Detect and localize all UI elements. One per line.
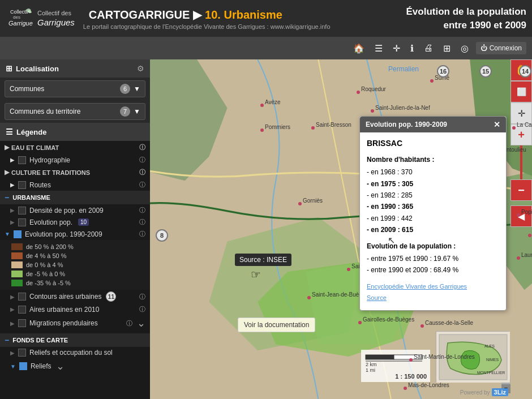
communes-dropdown[interactable]: Communes 6 ▼ <box>5 80 145 97</box>
routes-checkbox[interactable] <box>18 181 26 189</box>
evol-1990-info-icon[interactable]: ⓘ <box>139 230 145 238</box>
communes-territoire-dropdown[interactable]: Communes du territoire 7 ▼ <box>5 103 145 120</box>
print-btn[interactable]: 🖨 <box>421 41 436 55</box>
popup-close-btn[interactable]: ✕ <box>494 120 500 129</box>
svg-text:MONTPELLIER: MONTPELLIER <box>477 371 505 375</box>
layers-btn[interactable]: ⊞ <box>440 41 453 55</box>
svg-text:1 mi: 1 mi <box>366 367 375 372</box>
reliefs-expand[interactable]: ▼ <box>10 363 16 370</box>
evol-legend-row-1: de 4 % à 50 % <box>11 251 145 260</box>
routes-info-icon[interactable]: ⓘ <box>139 181 145 189</box>
aires-info-icon[interactable]: ⓘ <box>139 305 145 314</box>
svg-text:des: des <box>13 15 20 20</box>
reliefs-occ-expand[interactable]: ▶ <box>10 350 15 356</box>
voir-doc-tooltip: Voir la documentation <box>238 318 315 332</box>
minimap: ALES NIMES MONTPELLIER <box>436 331 509 382</box>
powered-by: Powered by 3Liz <box>460 388 508 396</box>
evol-legend-row-0: de 50 % à 200 % <box>11 242 145 251</box>
migrations-expand-arrow[interactable]: ⌄ <box>137 317 145 329</box>
densite-expand[interactable]: ▶ <box>10 207 15 213</box>
legend-cat-eau: ▶ EAU ET CLIMAT ⓘ <box>0 141 150 154</box>
source-link[interactable]: Source <box>367 294 387 301</box>
pan-left-btn[interactable]: ◀ <box>510 205 532 227</box>
evol-legend-expanded: de 50 % à 200 % de 4 % à 50 % de 0 % à 4… <box>0 240 150 290</box>
evol-pop-info-icon[interactable]: ⓘ <box>139 218 145 226</box>
evol-legend-row-3: de -5 % à 0 % <box>11 269 145 278</box>
left-panel: ⊞ Localisation ⚙ Communes 6 ▼ Communes d… <box>0 59 150 399</box>
contours-info-icon[interactable]: ⓘ <box>139 293 145 301</box>
encyclopedie-link[interactable]: Encyclopédie Vivante des Garrigues <box>367 283 467 290</box>
reliefs-checkbox[interactable] <box>19 362 27 370</box>
aires-checkbox[interactable] <box>18 306 26 314</box>
legend-item-densite: ▶ Densité de pop. en 2009 ⓘ <box>0 204 150 216</box>
communes-badge: 6 <box>120 84 130 94</box>
aires-expand[interactable]: ▶ <box>10 306 15 312</box>
list-btn[interactable]: ☰ <box>372 41 385 55</box>
evol-1990-checkbox[interactable] <box>14 230 22 238</box>
reliefs-scroll[interactable]: ⌄ <box>56 360 65 372</box>
legend-content: ▶ EAU ET CLIMAT ⓘ ▶ Hydrographie ⓘ ▶ CUL… <box>0 141 150 399</box>
legend-cat-culture: ▶ CULTURE ET TRADITIONS ⓘ <box>0 166 150 179</box>
select-btn[interactable]: ⬜ <box>510 81 532 102</box>
hydrographie-checkbox[interactable] <box>18 156 26 164</box>
hydro-info-icon[interactable]: ⓘ <box>139 156 145 164</box>
densite-checkbox[interactable] <box>18 207 26 214</box>
evol-pop-checkbox[interactable] <box>18 218 26 226</box>
migrations-info-icon[interactable]: ⓘ <box>126 319 132 328</box>
localisation-settings-icon[interactable]: ⚙ <box>137 64 144 73</box>
popup-2009: - en 2009 : 615 <box>367 224 499 235</box>
map-area[interactable]: Roquedur Sumé Saint-Julien-de-la-Nef Avè… <box>150 59 532 399</box>
popup-1975: - en 1975 : 305 <box>367 178 499 190</box>
legend-item-reliefs: ▼ Reliefs ⌄ <box>0 358 150 374</box>
legend-cat-fonds: − FONDS DE CARTE <box>0 333 150 347</box>
logo: Collectif des Garrigues Collectif des Ga… <box>6 5 75 33</box>
popup-1999: - en 1999 : 442 <box>367 213 499 224</box>
legend-cat-urbanisme: − URBANISME <box>0 191 150 204</box>
header-subtitle: Le portail cartographique de l'Encyclopé… <box>83 23 406 30</box>
evol-1990-expand[interactable]: ▼ <box>5 231 10 237</box>
contours-expand[interactable]: ▶ <box>10 294 15 300</box>
target-btn[interactable]: ◎ <box>458 41 471 55</box>
eau-expand-icon[interactable]: ▶ <box>5 144 9 151</box>
compass-btn[interactable]: ✛ <box>510 102 532 124</box>
legend-item-routes: ▶ Routes ⓘ <box>0 179 150 191</box>
localisation-icon: ⊞ <box>6 64 12 73</box>
culture-info-icon[interactable]: ⓘ <box>139 168 145 177</box>
legend-item-hydrographie: ▶ Hydrographie ⓘ <box>0 154 150 166</box>
zoom-in-btn[interactable]: + <box>510 124 532 145</box>
source-badge[interactable]: 10 <box>78 218 89 226</box>
popup-evol-1990: - entre 1990 et 2009 : 68.49 % <box>367 264 499 276</box>
urbanisme-minus-icon[interactable]: − <box>5 193 9 202</box>
expand-icon[interactable]: ▶ <box>10 157 15 163</box>
popup-links: Encyclopédie Vivante des Garrigues Sourc… <box>367 281 499 304</box>
info-btn[interactable]: ℹ <box>407 41 417 55</box>
contours-checkbox[interactable] <box>18 293 26 301</box>
communes-territoire-badge: 7 <box>120 106 130 117</box>
popup-place: BRISSAC <box>367 137 499 151</box>
popup-evol-1975: - entre 1975 et 1990 : 19.67 % <box>367 253 499 264</box>
scale-bar: 2 km 1 mi 1 : 150 000 <box>361 350 430 382</box>
main-toolbar: 🏠 ☰ ✛ ℹ 🖨 ⊞ ◎ ⏻ Connexion <box>0 37 532 59</box>
culture-expand-icon[interactable]: ▶ <box>5 169 9 176</box>
densite-info-icon[interactable]: ⓘ <box>139 206 145 214</box>
source-tooltip: Source : INSEE <box>235 254 291 266</box>
connexion-button[interactable]: ⏻ Connexion <box>476 42 526 54</box>
popup-evol-title: Evolution de la population : <box>367 241 499 252</box>
right-toolbar: ✋ ⬜ ✛ + − ◀ <box>510 59 532 227</box>
migrations-expand[interactable]: ▶ <box>10 320 15 327</box>
legend-header: ☰ Légende <box>0 123 150 141</box>
scale-ratio: 1 : 150 000 <box>364 373 427 380</box>
home-btn[interactable]: 🏠 <box>350 41 367 55</box>
reliefs-occ-checkbox[interactable] <box>18 349 26 357</box>
svg-rect-9 <box>366 355 394 359</box>
evol-pop-expand[interactable]: ▶ <box>10 219 15 225</box>
eau-info-icon[interactable]: ⓘ <box>139 143 145 152</box>
fonds-minus-icon[interactable]: − <box>5 336 9 345</box>
permalien-link[interactable]: Permalien <box>388 65 419 73</box>
zoom-out-btn[interactable]: − <box>510 179 532 201</box>
cross-btn[interactable]: ✛ <box>390 41 403 55</box>
routes-expand-icon[interactable]: ▶ <box>10 182 15 188</box>
communes-territoire-dropdown-row: Communes du territoire 7 ▼ <box>0 100 150 123</box>
popup-1990: - en 1990 : 365 <box>367 201 499 212</box>
migrations-checkbox[interactable] <box>18 319 26 327</box>
